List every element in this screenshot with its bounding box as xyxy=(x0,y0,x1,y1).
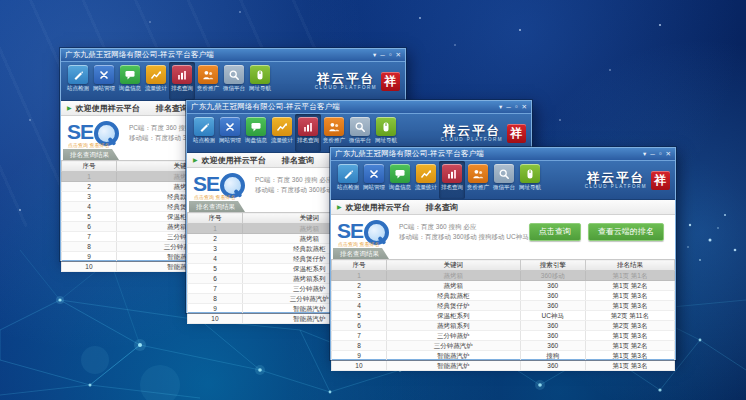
table-row[interactable]: 8三分钟蒸汽炉360第1页 第2名 xyxy=(332,341,675,351)
maximize-icon[interactable] xyxy=(515,102,518,112)
close-icon[interactable] xyxy=(396,50,401,60)
minimize-icon[interactable] xyxy=(650,149,655,159)
column-header[interactable]: 序号 xyxy=(332,260,387,271)
cell-keyword: 经典款蒸柜 xyxy=(386,291,520,301)
cell-keyword: 三分钟蒸炉 xyxy=(386,331,520,341)
toolbar-item-label: 微信平台 xyxy=(223,84,245,91)
table-row[interactable]: 2蒸烤箱360第1页 第2名 xyxy=(332,281,675,291)
chat-icon xyxy=(390,164,410,183)
cell-no: 3 xyxy=(188,244,243,254)
toolbar-item-chat[interactable]: 询盘信息 xyxy=(117,62,143,100)
toolbar-item-line-chart[interactable]: 流量统计 xyxy=(413,161,439,199)
column-header[interactable]: 搜索引擎 xyxy=(520,260,585,271)
pencil-icon xyxy=(194,117,214,136)
toolbar-item-wrench[interactable]: 网站管理 xyxy=(361,161,387,199)
table-row[interactable]: 5保温柜系列UC神马第2页 第11名 xyxy=(332,311,675,321)
magnifier-icon xyxy=(350,117,370,136)
cell-rank: 第1页 第3名 xyxy=(585,301,674,311)
toolbar-item-label: 微信平台 xyxy=(493,183,515,190)
cell-keyword: 蒸烤箱 xyxy=(386,271,520,281)
tab-rank-query-results[interactable]: 排名查询结果 xyxy=(189,201,245,212)
wrench-icon xyxy=(94,65,114,84)
table-row[interactable]: 6蒸烤箱系列360第2页 第3名 xyxy=(332,321,675,331)
menu-arrow-icon[interactable] xyxy=(373,50,376,60)
line-chart-icon xyxy=(272,117,292,136)
magnifier-icon xyxy=(494,164,514,183)
toolbar-item-line-chart[interactable]: 流量统计 xyxy=(269,114,295,152)
tab-rank-query-results[interactable]: 排名查询结果 xyxy=(333,248,389,259)
maximize-icon[interactable] xyxy=(389,50,392,60)
toolbar-item-line-chart[interactable]: 流量统计 xyxy=(143,62,169,100)
toolbar-item-people[interactable]: 竞价推广 xyxy=(465,161,491,199)
column-header[interactable]: 排名结果 xyxy=(585,260,674,271)
maximize-icon[interactable] xyxy=(659,149,662,159)
toolbar-item-label: 站点检测 xyxy=(193,136,215,143)
query-button[interactable]: 点击查询 xyxy=(529,223,581,241)
toolbar-item-mouse[interactable]: 网址导航 xyxy=(247,62,273,100)
magnifier-icon xyxy=(224,65,244,84)
table-row[interactable]: 9智能蒸汽炉搜狗第1页 第3名 xyxy=(332,351,675,361)
toolbar-item-pencil[interactable]: 站点检测 xyxy=(191,114,217,152)
toolbar-item-magnifier[interactable]: 微信平台 xyxy=(491,161,517,199)
toolbar-item-label: 流量统计 xyxy=(145,84,167,91)
toolbar-item-people[interactable]: 竞价推广 xyxy=(195,62,221,100)
seo-logo: SE 点击查询 查看排名 xyxy=(193,173,245,198)
minimize-icon[interactable] xyxy=(506,102,511,112)
cell-no: 4 xyxy=(62,202,117,212)
wrench-icon xyxy=(364,164,384,183)
titlebar[interactable]: 广东九鼎王冠网络有限公司-祥云平台客户端 xyxy=(61,49,405,61)
breadcrumb-section: 排名查询 xyxy=(426,202,458,213)
toolbar-item-label: 网站管理 xyxy=(219,136,241,143)
column-header[interactable]: 关键词 xyxy=(386,260,520,271)
menu-arrow-icon[interactable] xyxy=(643,149,646,159)
view-cloud-rank-button[interactable]: 查看云端的排名 xyxy=(588,223,664,241)
table-row[interactable]: 3经典款蒸柜360第1页 第3名 xyxy=(332,291,675,301)
breadcrumb-section: 排名查询 xyxy=(282,155,314,166)
cell-no: 9 xyxy=(332,351,387,361)
table-row[interactable]: 7三分钟蒸炉360第1页 第3名 xyxy=(332,331,675,341)
seo-logo: SE 点击查询 查看排名 xyxy=(67,121,119,146)
toolbar-item-chat[interactable]: 询盘信息 xyxy=(387,161,413,199)
toolbar-item-pencil[interactable]: 站点检测 xyxy=(335,161,361,199)
tab-rank-query-results[interactable]: 排名查询结果 xyxy=(63,149,119,160)
cell-no: 2 xyxy=(188,234,243,244)
toolbar-item-label: 询盘信息 xyxy=(119,84,141,91)
engines-pc-line: PC端：百度 360 搜狗 必应 xyxy=(399,222,529,232)
column-header[interactable]: 序号 xyxy=(188,213,243,224)
cell-no: 10 xyxy=(332,361,387,371)
brand-name: 祥云平台 xyxy=(585,172,647,184)
toolbar-item-bar-chart[interactable]: 排名查询 xyxy=(439,161,465,199)
toolbar-item-wrench[interactable]: 网站管理 xyxy=(217,114,243,152)
titlebar[interactable]: 广东九鼎王冠网络有限公司-祥云平台客户端 xyxy=(331,148,675,160)
toolbar-item-label: 询盘信息 xyxy=(389,183,411,190)
table-row[interactable]: 10智能蒸汽炉360第1页 第3名 xyxy=(332,361,675,371)
cell-engine: 360 xyxy=(520,301,585,311)
toolbar-item-label: 网址导航 xyxy=(249,84,271,91)
column-header[interactable]: 序号 xyxy=(62,161,117,172)
cell-no: 1 xyxy=(62,172,117,182)
toolbar-item-chat[interactable]: 询盘信息 xyxy=(243,114,269,152)
table-row[interactable]: 4经典煲仔炉360第1页 第3名 xyxy=(332,301,675,311)
engines-mobile-line: 移动端：百度移动 360移动 搜狗移动 UC神马 xyxy=(399,232,529,242)
toolbar-item-mouse[interactable]: 网址导航 xyxy=(517,161,543,199)
cell-engine: 360 xyxy=(520,331,585,341)
cell-no: 6 xyxy=(62,222,117,232)
brand-seal-logo: 祥 xyxy=(651,171,670,190)
menu-arrow-icon[interactable] xyxy=(499,102,502,112)
cell-no: 8 xyxy=(332,341,387,351)
titlebar[interactable]: 广东九鼎王冠网络有限公司-祥云平台客户端 xyxy=(187,101,531,113)
cell-keyword: 保温柜系列 xyxy=(386,311,520,321)
close-icon[interactable] xyxy=(666,149,671,159)
toolbar-item-bar-chart[interactable]: 排名查询 xyxy=(295,114,321,152)
cell-keyword: 智能蒸汽炉 xyxy=(386,351,520,361)
cell-no: 5 xyxy=(332,311,387,321)
close-icon[interactable] xyxy=(522,102,527,112)
toolbar-item-bar-chart[interactable]: 排名查询 xyxy=(169,62,195,100)
seo-logo: SE 点击查询 查看排名 xyxy=(337,220,389,245)
app-window-front[interactable]: 广东九鼎王冠网络有限公司-祥云平台客户端 站点检测 网站管理 询盘信息 流量统计… xyxy=(330,147,676,360)
toolbar-item-wrench[interactable]: 网站管理 xyxy=(91,62,117,100)
minimize-icon[interactable] xyxy=(380,50,385,60)
toolbar-item-pencil[interactable]: 站点检测 xyxy=(65,62,91,100)
table-row[interactable]: 1蒸烤箱360移动第1页 第1名 xyxy=(332,271,675,281)
toolbar-item-magnifier[interactable]: 微信平台 xyxy=(221,62,247,100)
